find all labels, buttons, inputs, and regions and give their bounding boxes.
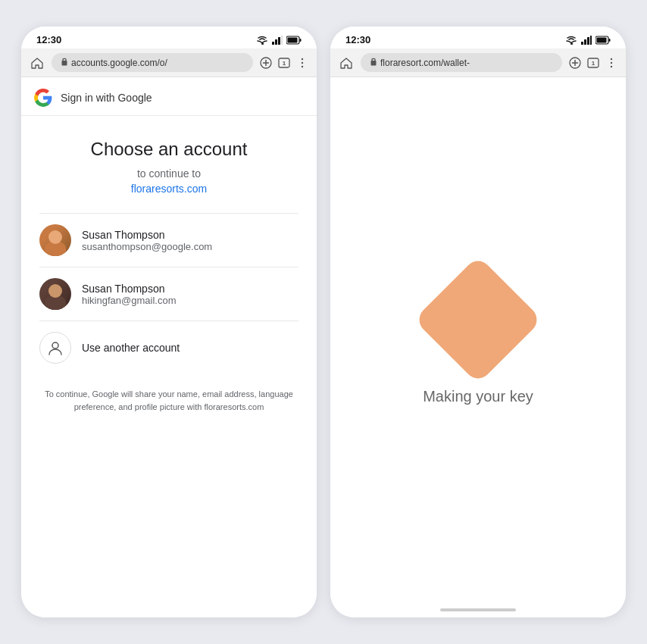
account-info-2: Susan Thompson hikingfan@gmail.com	[82, 283, 176, 306]
signal-icon	[272, 36, 283, 45]
lock-icon-left	[61, 57, 68, 68]
svg-rect-8	[62, 61, 67, 66]
use-another-label: Use another account	[82, 342, 180, 354]
account-email-1: susanthompson@google.com	[82, 241, 212, 252]
tab-switcher-icon[interactable]: 1	[277, 56, 291, 70]
menu-icon-right[interactable]	[605, 56, 618, 70]
google-logo	[33, 88, 53, 108]
key-label: Making your key	[423, 388, 533, 405]
status-icons-right	[565, 36, 611, 45]
svg-text:1: 1	[592, 60, 595, 67]
svg-point-17	[52, 342, 58, 349]
url-bar-left[interactable]: accounts.google.com/o/	[52, 53, 253, 72]
svg-rect-20	[584, 39, 586, 45]
wifi-icon-right	[565, 36, 577, 45]
browser-actions-left: 1	[259, 56, 309, 70]
key-diamond-shape	[414, 255, 542, 384]
home-indicator	[440, 608, 516, 611]
account-item-2[interactable]: Susan Thompson hikingfan@gmail.com	[39, 267, 298, 321]
right-phone: 12:30	[330, 27, 626, 617]
add-tab-icon-right[interactable]	[568, 56, 582, 70]
avatar-2	[39, 278, 71, 310]
site-link[interactable]: floraresorts.com	[39, 183, 298, 195]
svg-rect-4	[281, 36, 283, 45]
browser-bar-right: floraresort.com/wallet- 1	[330, 48, 626, 77]
svg-rect-26	[371, 61, 377, 66]
account-name-1: Susan Thompson	[82, 229, 212, 241]
svg-rect-21	[587, 37, 589, 45]
svg-rect-7	[300, 39, 302, 42]
browser-actions-right: 1	[568, 56, 618, 70]
status-bar-right: 12:30	[330, 27, 626, 48]
home-indicator-area	[330, 602, 626, 617]
battery-icon	[286, 36, 302, 45]
google-header-text: Sign in with Google	[61, 92, 152, 104]
svg-point-34	[611, 65, 612, 67]
wifi-icon	[256, 36, 268, 45]
lock-icon-right	[370, 57, 377, 68]
home-icon-right	[339, 56, 353, 70]
privacy-notice: To continue, Google will share your name…	[39, 374, 298, 420]
status-bar-left: 12:30	[21, 27, 317, 48]
svg-point-18	[570, 43, 572, 45]
choose-account-title: Choose an account	[39, 139, 298, 160]
choose-account-body: Choose an account to continue to florare…	[21, 116, 317, 436]
key-page: Making your key	[330, 77, 626, 602]
svg-text:1: 1	[283, 60, 286, 67]
svg-point-0	[261, 43, 263, 45]
use-another-account[interactable]: Use another account	[39, 321, 298, 374]
svg-rect-1	[272, 42, 274, 45]
home-button-left[interactable]	[29, 55, 45, 71]
home-icon	[30, 56, 44, 70]
avatar-1	[39, 224, 71, 256]
add-tab-icon[interactable]	[259, 56, 273, 70]
svg-rect-19	[581, 42, 583, 45]
svg-rect-25	[609, 39, 611, 42]
svg-point-14	[302, 58, 303, 59]
svg-point-33	[611, 61, 612, 63]
battery-icon-right	[595, 36, 611, 45]
key-page-content: Making your key	[330, 77, 626, 602]
account-list: Susan Thompson susanthompson@google.com …	[39, 213, 298, 374]
status-icons-left	[256, 36, 302, 45]
home-button-right[interactable]	[338, 55, 355, 71]
svg-point-15	[302, 61, 303, 63]
browser-bar-left: accounts.google.com/o/ 1	[21, 48, 317, 77]
url-bar-right[interactable]: floraresort.com/wallet-	[361, 53, 562, 72]
google-account-page: Choose an account to continue to florare…	[21, 116, 317, 617]
svg-rect-2	[275, 39, 277, 45]
svg-rect-24	[597, 37, 607, 42]
svg-rect-3	[278, 37, 280, 45]
account-email-2: hikingfan@gmail.com	[82, 295, 176, 306]
use-another-icon	[39, 332, 71, 364]
google-header: Sign in with Google	[21, 77, 317, 116]
status-time-left: 12:30	[36, 34, 61, 45]
account-item-1[interactable]: Susan Thompson susanthompson@google.com	[39, 214, 298, 267]
svg-rect-22	[590, 36, 592, 45]
svg-rect-6	[288, 37, 298, 42]
continue-text: to continue to	[39, 167, 298, 180]
svg-point-32	[611, 58, 612, 59]
url-text-right: floraresort.com/wallet-	[380, 58, 470, 68]
status-time-right: 12:30	[345, 34, 370, 45]
svg-point-16	[302, 65, 303, 67]
menu-icon[interactable]	[295, 56, 309, 70]
signal-icon-right	[581, 36, 592, 45]
url-text-left: accounts.google.com/o/	[71, 58, 167, 68]
account-info-1: Susan Thompson susanthompson@google.com	[82, 229, 212, 252]
tab-switcher-icon-right[interactable]: 1	[586, 56, 600, 70]
person-add-icon	[47, 339, 64, 356]
account-name-2: Susan Thompson	[82, 283, 176, 295]
left-phone: 12:30	[21, 27, 317, 617]
